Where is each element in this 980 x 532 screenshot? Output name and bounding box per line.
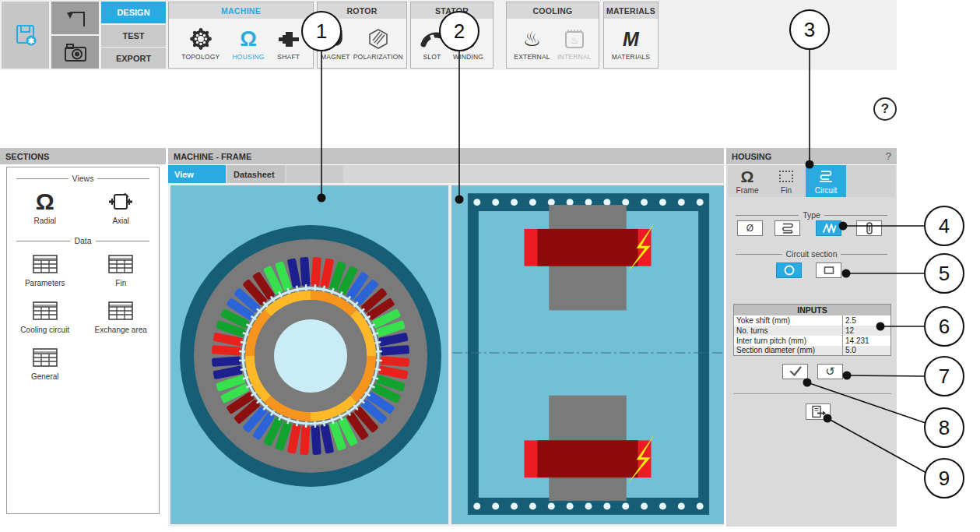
toolbar-item-label: MATERIALS: [612, 53, 650, 61]
cooling-duct-dot: [567, 199, 574, 206]
inputs-title: INPUTS: [734, 305, 891, 315]
screenshot-button[interactable]: [51, 36, 99, 69]
circuit-type-none-button[interactable]: Ø: [737, 220, 763, 236]
tab-datasheet[interactable]: Datasheet: [227, 165, 285, 183]
input-value[interactable]: 14.231: [843, 336, 891, 346]
cooling-duct-dot: [492, 502, 499, 509]
shaft-hole: [274, 319, 347, 393]
axial-view-drawing: [452, 186, 723, 523]
toolbar-item-label: POLARIZATION: [353, 53, 403, 61]
reset-button[interactable]: ↺: [817, 364, 843, 379]
export-results-button[interactable]: [806, 403, 831, 420]
winding-body-top: [537, 229, 638, 266]
radial-view-panel[interactable]: [170, 185, 448, 524]
svg-text:5: 5: [939, 262, 950, 285]
table-row: Yoke shift (mm) 2.5: [734, 315, 891, 326]
toolbar-item-label: MAGNET: [321, 53, 350, 61]
winding-body-bottom: [537, 440, 638, 477]
help-icon: ?: [881, 101, 889, 117]
input-value[interactable]: 12: [843, 326, 891, 336]
tab-view[interactable]: View: [168, 165, 226, 183]
cooling-duct-dot: [585, 502, 592, 509]
test-mode-button[interactable]: TEST: [101, 25, 166, 47]
svg-text:4: 4: [939, 214, 950, 238]
toolbar-item-magnet[interactable]: MAGNET: [321, 26, 350, 61]
input-label: Section diameter (mm): [734, 346, 843, 356]
toolbar-item-label: WINDING: [453, 53, 483, 61]
cooling-duct-dot: [641, 199, 648, 206]
cooling-duct-dot: [585, 199, 592, 206]
cooling-duct-dot: [492, 199, 499, 206]
cooling-duct-dot: [473, 502, 480, 509]
export-mode-button[interactable]: EXPORT: [101, 48, 166, 69]
toolbar-item-slot[interactable]: SLOT: [420, 26, 444, 61]
cooling-duct-dot: [659, 502, 666, 509]
svg-text:9: 9: [939, 467, 950, 490]
input-label: Yoke shift (mm): [734, 315, 843, 326]
data-exchange-area-button[interactable]: Exchange area: [83, 287, 160, 334]
group-rotor: ROTOR MAGNET: [317, 2, 407, 69]
group-stator-title: STATOR: [411, 2, 493, 19]
viewport: [168, 183, 724, 527]
section-circle-button[interactable]: [776, 262, 802, 278]
housing-tab-fin[interactable]: Fin: [767, 165, 806, 197]
pin-icon: [865, 221, 874, 235]
housing-panel: Ω Frame Fin Circuit Type: [726, 165, 897, 527]
toolbar-item-topology[interactable]: TOPOLOGY: [181, 26, 220, 61]
housing-tab-frame[interactable]: Ω Frame: [728, 165, 767, 197]
serpentine-icon: [780, 222, 796, 234]
toolbar-item-external-cooling[interactable]: ♨ EXTERNAL: [514, 26, 550, 61]
data-parameters-button[interactable]: Parameters: [7, 245, 83, 287]
circuit-tab-icon: [817, 168, 834, 185]
cooling-duct-dot: [678, 502, 685, 509]
toolbar-item-winding[interactable]: WINDING: [453, 26, 483, 61]
data-fin-button[interactable]: Fin: [83, 245, 160, 287]
input-value[interactable]: 2.5: [843, 315, 891, 326]
cooling-duct-dot: [603, 199, 610, 206]
view-radial-button[interactable]: Ω Radial: [7, 183, 83, 225]
table-icon: [32, 298, 58, 323]
data-exchange-area-label: Exchange area: [95, 326, 147, 334]
save-icon: ✱: [12, 22, 39, 48]
data-parameters-label: Parameters: [25, 279, 65, 287]
housing-tab-label: Fin: [781, 186, 792, 195]
toolbar-item-internal-cooling[interactable]: ♨ INTERNAL: [557, 26, 592, 61]
checkmark-icon: [789, 365, 803, 378]
cooling-duct-dot: [511, 502, 518, 509]
view-radial-label: Radial: [34, 217, 56, 225]
cooling-duct-dot: [529, 199, 536, 206]
axial-view-panel[interactable]: [451, 185, 724, 524]
data-divider: Data: [7, 236, 159, 245]
circuit-type-serpentine-button[interactable]: [775, 220, 800, 236]
undo-button[interactable]: [51, 2, 99, 34]
data-cooling-circuit-button[interactable]: Cooling circuit: [7, 287, 83, 334]
circuit-type-pin-button[interactable]: [856, 220, 882, 236]
main-view-header: MACHINE - FRAME: [168, 148, 724, 164]
toolbar-item-shaft[interactable]: SHAFT: [277, 26, 300, 61]
toolbar-item-polarization[interactable]: POLARIZATION: [353, 26, 403, 61]
table-icon: [107, 298, 134, 323]
data-general-button[interactable]: General: [7, 334, 83, 381]
input-value[interactable]: 5.0: [843, 346, 891, 356]
section-rectangle-button[interactable]: [816, 262, 841, 278]
toolbar-item-housing[interactable]: Ω HOUSING: [233, 26, 265, 61]
group-rotor-title: ROTOR: [318, 2, 406, 19]
view-axial-button[interactable]: Axial: [83, 183, 160, 225]
toolbar-item-materials[interactable]: M MATERIALS: [612, 26, 650, 61]
apply-button[interactable]: [782, 364, 808, 379]
toolbar-item-label: INTERNAL: [557, 53, 592, 61]
housing-tab-circuit[interactable]: Circuit: [806, 165, 846, 197]
winding-icon: [457, 26, 479, 52]
circuit-type-wave-button[interactable]: [816, 220, 841, 236]
housing-title: HOUSING: [732, 152, 771, 161]
data-fin-label: Fin: [115, 279, 126, 287]
table-row: No. turns 12: [734, 326, 891, 336]
help-button[interactable]: ?: [873, 97, 897, 121]
toolbar-item-label: SHAFT: [277, 53, 300, 61]
save-button[interactable]: ✱: [2, 2, 49, 69]
design-mode-button[interactable]: DESIGN: [101, 2, 166, 23]
axial-view-icon: [107, 189, 134, 214]
data-general-label: General: [31, 372, 59, 381]
housing-help-button[interactable]: ?: [886, 150, 891, 162]
cooling-duct-dot: [567, 502, 574, 509]
